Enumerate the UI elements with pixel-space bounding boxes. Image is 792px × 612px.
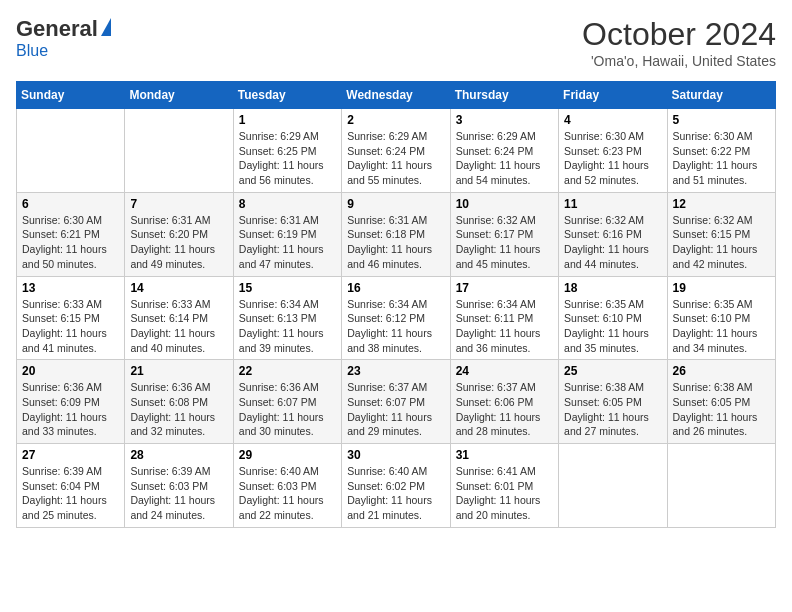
- day-number: 20: [22, 364, 119, 378]
- day-number: 29: [239, 448, 336, 462]
- day-info: Sunrise: 6:32 AMSunset: 6:16 PMDaylight:…: [564, 213, 661, 272]
- day-number: 31: [456, 448, 553, 462]
- day-info: Sunrise: 6:36 AMSunset: 6:07 PMDaylight:…: [239, 380, 336, 439]
- calendar-week-row: 6Sunrise: 6:30 AMSunset: 6:21 PMDaylight…: [17, 192, 776, 276]
- day-number: 23: [347, 364, 444, 378]
- day-info: Sunrise: 6:37 AMSunset: 6:07 PMDaylight:…: [347, 380, 444, 439]
- day-number: 6: [22, 197, 119, 211]
- day-number: 17: [456, 281, 553, 295]
- day-info: Sunrise: 6:31 AMSunset: 6:18 PMDaylight:…: [347, 213, 444, 272]
- title-section: October 2024 'Oma'o, Hawaii, United Stat…: [582, 16, 776, 69]
- calendar-cell: [17, 109, 125, 193]
- calendar-cell: [559, 444, 667, 528]
- day-number: 24: [456, 364, 553, 378]
- calendar-cell: 29Sunrise: 6:40 AMSunset: 6:03 PMDayligh…: [233, 444, 341, 528]
- day-info: Sunrise: 6:33 AMSunset: 6:15 PMDaylight:…: [22, 297, 119, 356]
- day-number: 18: [564, 281, 661, 295]
- day-info: Sunrise: 6:33 AMSunset: 6:14 PMDaylight:…: [130, 297, 227, 356]
- day-info: Sunrise: 6:40 AMSunset: 6:03 PMDaylight:…: [239, 464, 336, 523]
- day-number: 2: [347, 113, 444, 127]
- day-info: Sunrise: 6:31 AMSunset: 6:19 PMDaylight:…: [239, 213, 336, 272]
- day-info: Sunrise: 6:30 AMSunset: 6:21 PMDaylight:…: [22, 213, 119, 272]
- day-number: 30: [347, 448, 444, 462]
- calendar-header-tuesday: Tuesday: [233, 82, 341, 109]
- calendar-cell: 3Sunrise: 6:29 AMSunset: 6:24 PMDaylight…: [450, 109, 558, 193]
- calendar-cell: 9Sunrise: 6:31 AMSunset: 6:18 PMDaylight…: [342, 192, 450, 276]
- page-header: General Blue October 2024 'Oma'o, Hawaii…: [16, 16, 776, 69]
- day-number: 27: [22, 448, 119, 462]
- calendar-cell: 18Sunrise: 6:35 AMSunset: 6:10 PMDayligh…: [559, 276, 667, 360]
- logo-triangle-icon: [101, 18, 111, 36]
- day-info: Sunrise: 6:38 AMSunset: 6:05 PMDaylight:…: [673, 380, 770, 439]
- calendar-cell: 14Sunrise: 6:33 AMSunset: 6:14 PMDayligh…: [125, 276, 233, 360]
- day-number: 9: [347, 197, 444, 211]
- calendar-cell: 16Sunrise: 6:34 AMSunset: 6:12 PMDayligh…: [342, 276, 450, 360]
- day-info: Sunrise: 6:41 AMSunset: 6:01 PMDaylight:…: [456, 464, 553, 523]
- logo: General Blue: [16, 16, 111, 60]
- day-number: 19: [673, 281, 770, 295]
- calendar-cell: 24Sunrise: 6:37 AMSunset: 6:06 PMDayligh…: [450, 360, 558, 444]
- month-title: October 2024: [582, 16, 776, 53]
- calendar-week-row: 20Sunrise: 6:36 AMSunset: 6:09 PMDayligh…: [17, 360, 776, 444]
- calendar-cell: 2Sunrise: 6:29 AMSunset: 6:24 PMDaylight…: [342, 109, 450, 193]
- calendar-week-row: 13Sunrise: 6:33 AMSunset: 6:15 PMDayligh…: [17, 276, 776, 360]
- calendar-table: SundayMondayTuesdayWednesdayThursdayFrid…: [16, 81, 776, 528]
- day-info: Sunrise: 6:29 AMSunset: 6:24 PMDaylight:…: [347, 129, 444, 188]
- calendar-cell: 27Sunrise: 6:39 AMSunset: 6:04 PMDayligh…: [17, 444, 125, 528]
- calendar-cell: 1Sunrise: 6:29 AMSunset: 6:25 PMDaylight…: [233, 109, 341, 193]
- day-number: 5: [673, 113, 770, 127]
- day-info: Sunrise: 6:36 AMSunset: 6:09 PMDaylight:…: [22, 380, 119, 439]
- calendar-cell: 22Sunrise: 6:36 AMSunset: 6:07 PMDayligh…: [233, 360, 341, 444]
- day-number: 22: [239, 364, 336, 378]
- calendar-week-row: 1Sunrise: 6:29 AMSunset: 6:25 PMDaylight…: [17, 109, 776, 193]
- day-number: 14: [130, 281, 227, 295]
- logo-blue-text: Blue: [16, 42, 48, 60]
- day-info: Sunrise: 6:32 AMSunset: 6:17 PMDaylight:…: [456, 213, 553, 272]
- calendar-cell: 10Sunrise: 6:32 AMSunset: 6:17 PMDayligh…: [450, 192, 558, 276]
- calendar-header-saturday: Saturday: [667, 82, 775, 109]
- day-info: Sunrise: 6:38 AMSunset: 6:05 PMDaylight:…: [564, 380, 661, 439]
- day-info: Sunrise: 6:30 AMSunset: 6:22 PMDaylight:…: [673, 129, 770, 188]
- calendar-cell: 6Sunrise: 6:30 AMSunset: 6:21 PMDaylight…: [17, 192, 125, 276]
- day-number: 12: [673, 197, 770, 211]
- calendar-cell: 4Sunrise: 6:30 AMSunset: 6:23 PMDaylight…: [559, 109, 667, 193]
- calendar-cell: 28Sunrise: 6:39 AMSunset: 6:03 PMDayligh…: [125, 444, 233, 528]
- calendar-cell: 5Sunrise: 6:30 AMSunset: 6:22 PMDaylight…: [667, 109, 775, 193]
- day-number: 4: [564, 113, 661, 127]
- calendar-header-wednesday: Wednesday: [342, 82, 450, 109]
- day-info: Sunrise: 6:29 AMSunset: 6:24 PMDaylight:…: [456, 129, 553, 188]
- calendar-header-monday: Monday: [125, 82, 233, 109]
- calendar-cell: 23Sunrise: 6:37 AMSunset: 6:07 PMDayligh…: [342, 360, 450, 444]
- day-number: 26: [673, 364, 770, 378]
- day-number: 16: [347, 281, 444, 295]
- day-number: 7: [130, 197, 227, 211]
- day-number: 8: [239, 197, 336, 211]
- day-info: Sunrise: 6:39 AMSunset: 6:03 PMDaylight:…: [130, 464, 227, 523]
- day-info: Sunrise: 6:31 AMSunset: 6:20 PMDaylight:…: [130, 213, 227, 272]
- day-info: Sunrise: 6:34 AMSunset: 6:11 PMDaylight:…: [456, 297, 553, 356]
- day-number: 15: [239, 281, 336, 295]
- day-info: Sunrise: 6:34 AMSunset: 6:13 PMDaylight:…: [239, 297, 336, 356]
- calendar-cell: 15Sunrise: 6:34 AMSunset: 6:13 PMDayligh…: [233, 276, 341, 360]
- day-info: Sunrise: 6:29 AMSunset: 6:25 PMDaylight:…: [239, 129, 336, 188]
- day-number: 11: [564, 197, 661, 211]
- day-number: 21: [130, 364, 227, 378]
- day-number: 1: [239, 113, 336, 127]
- calendar-cell: 11Sunrise: 6:32 AMSunset: 6:16 PMDayligh…: [559, 192, 667, 276]
- calendar-cell: 13Sunrise: 6:33 AMSunset: 6:15 PMDayligh…: [17, 276, 125, 360]
- day-number: 10: [456, 197, 553, 211]
- calendar-cell: 12Sunrise: 6:32 AMSunset: 6:15 PMDayligh…: [667, 192, 775, 276]
- calendar-cell: 26Sunrise: 6:38 AMSunset: 6:05 PMDayligh…: [667, 360, 775, 444]
- day-info: Sunrise: 6:40 AMSunset: 6:02 PMDaylight:…: [347, 464, 444, 523]
- calendar-cell: 8Sunrise: 6:31 AMSunset: 6:19 PMDaylight…: [233, 192, 341, 276]
- calendar-cell: 7Sunrise: 6:31 AMSunset: 6:20 PMDaylight…: [125, 192, 233, 276]
- calendar-header-thursday: Thursday: [450, 82, 558, 109]
- day-number: 13: [22, 281, 119, 295]
- calendar-header-row: SundayMondayTuesdayWednesdayThursdayFrid…: [17, 82, 776, 109]
- day-info: Sunrise: 6:35 AMSunset: 6:10 PMDaylight:…: [673, 297, 770, 356]
- day-info: Sunrise: 6:34 AMSunset: 6:12 PMDaylight:…: [347, 297, 444, 356]
- day-number: 3: [456, 113, 553, 127]
- day-info: Sunrise: 6:32 AMSunset: 6:15 PMDaylight:…: [673, 213, 770, 272]
- calendar-cell: 25Sunrise: 6:38 AMSunset: 6:05 PMDayligh…: [559, 360, 667, 444]
- day-info: Sunrise: 6:30 AMSunset: 6:23 PMDaylight:…: [564, 129, 661, 188]
